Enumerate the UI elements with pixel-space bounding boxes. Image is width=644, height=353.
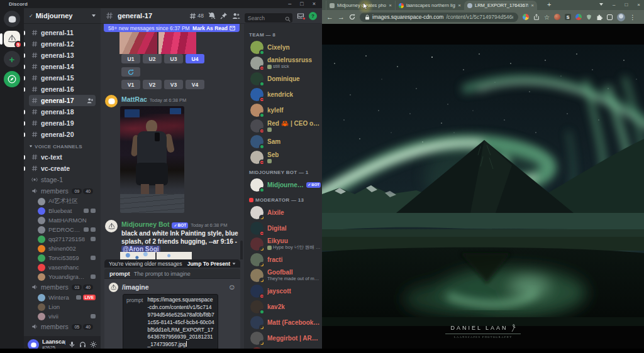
aurora-photo[interactable]: DANIEL LAAN LAANSCAPES PHOTOGRAPHY — [322, 45, 644, 326]
member-row[interactable]: jayscott ✓ — [249, 283, 322, 299]
share-icon[interactable] — [533, 14, 540, 20]
notifications-muted-icon[interactable] — [208, 12, 216, 19]
slash-command[interactable]: /imagine — [122, 283, 225, 291]
message-input[interactable]: /imagine ☺ prompt https://images.squares… — [104, 279, 240, 353]
extension-icon-red[interactable] — [554, 14, 560, 20]
channel-item[interactable]: general-17 — [29, 95, 96, 106]
channel-item[interactable]: general-18 — [29, 106, 96, 117]
message-author[interactable]: MattRac — [121, 95, 147, 103]
side-panel-icon[interactable] — [607, 14, 613, 20]
maximize-button[interactable]: □ — [300, 1, 303, 7]
avatar[interactable] — [105, 220, 118, 232]
new-messages-bar[interactable]: 58+ new messages since 6:37 PM Mark As R… — [104, 24, 240, 32]
tab-close-icon[interactable]: × — [458, 3, 461, 8]
member-row[interactable]: Goofball ✓ They're made out of meat. — [249, 268, 322, 283]
search-box[interactable] — [245, 11, 292, 21]
channel-item[interactable]: general-15 — [29, 72, 96, 84]
variation-button[interactable]: V4 — [186, 80, 204, 89]
midjourney-server-icon[interactable]: 5 — [4, 31, 20, 47]
extension-color-icon[interactable] — [575, 14, 582, 20]
voice-user-item[interactable]: MattHARMON — [29, 215, 96, 225]
new-tab-button[interactable]: + — [547, 1, 551, 8]
voice-user-item[interactable]: PEDROCOELHO... — [29, 225, 96, 234]
maximize-button[interactable]: □ — [625, 2, 628, 8]
channel-item[interactable]: general-12 — [29, 38, 96, 50]
extensions-puzzle-icon[interactable] — [596, 14, 602, 20]
channel-item[interactable]: general-11 — [29, 27, 96, 38]
upscale-button[interactable]: U3 — [164, 54, 183, 63]
message-scroll[interactable]: 58+ new messages since 6:37 PM Mark As R… — [101, 24, 244, 259]
close-button[interactable]: × — [637, 2, 640, 8]
server-header[interactable]: ✓ Midjourney — [24, 8, 101, 24]
member-row[interactable]: danielrussruss ✓ still sick — [249, 55, 322, 71]
chevron-down-icon[interactable] — [599, 3, 603, 6]
chat-scrollbar[interactable] — [240, 241, 243, 259]
channel-item[interactable]: vc-text — [29, 151, 96, 163]
forward-icon[interactable]: → — [338, 14, 345, 21]
member-row[interactable]: Cixelyn ✓ — [249, 40, 322, 55]
extension-ball-icon[interactable] — [523, 14, 529, 20]
member-row[interactable]: kendrick ✓ — [249, 87, 322, 102]
headphones-icon[interactable] — [79, 341, 86, 348]
prompt-value[interactable]: https://images.squarespace-cdn.com/conte… — [147, 296, 214, 349]
address-bar[interactable]: images.squarespace-cdn.com/content/v1/5c… — [360, 13, 518, 22]
voice-channel-item[interactable]: members-3 05 40 — [29, 321, 96, 332]
tab-close-icon[interactable]: × — [531, 3, 534, 8]
member-row[interactable]: Dominique ✓ — [249, 71, 322, 87]
invite-members-icon[interactable] — [87, 97, 93, 104]
message-author[interactable]: Midjourney Bot — [121, 220, 169, 228]
channel-section-header[interactable]: VOICE CHANNELS — [29, 141, 96, 151]
member-row[interactable]: Matt (Facebook mod) ✓ — [249, 315, 322, 330]
back-icon[interactable]: ← — [326, 14, 333, 21]
voice-user-item[interactable]: Bluebeat — [29, 206, 96, 215]
slash-command-hint[interactable]: prompt The prompt to imagine — [104, 269, 240, 279]
upscale-button[interactable]: U1 — [121, 54, 140, 63]
pinned-messages-icon[interactable] — [220, 12, 228, 19]
inbox-icon[interactable] — [297, 12, 304, 19]
bookmark-star-icon[interactable]: ☆ — [544, 14, 550, 21]
voice-user-item[interactable]: vivii — [29, 312, 96, 321]
help-icon[interactable]: ? — [309, 12, 317, 20]
emoji-picker-icon[interactable]: ☺ — [228, 283, 236, 291]
channel-item[interactable]: general-14 — [29, 61, 96, 72]
channel-item[interactable]: general-16 — [29, 84, 96, 95]
explore-servers-button[interactable] — [4, 71, 20, 87]
member-row[interactable]: Digital ✓ — [249, 220, 322, 236]
microphone-icon[interactable] — [69, 341, 75, 348]
variation-button[interactable]: V1 — [121, 80, 140, 89]
member-row[interactable]: Aixile ✓ — [249, 205, 322, 220]
member-row[interactable]: kav2k ✓ — [249, 299, 322, 315]
member-row[interactable]: fracti ✓ — [249, 252, 322, 268]
browser-tab[interactable]: laanscapes northern lights - Goo... × — [395, 1, 464, 10]
member-row[interactable]: Midjourney Bot ✓BOT — [249, 177, 322, 193]
browser-tab[interactable]: LRM_EXPORT_17643678795689... × — [464, 1, 537, 10]
shield-icon[interactable] — [586, 14, 592, 20]
add-server-button[interactable]: + — [4, 51, 20, 67]
gym-selfie-image[interactable] — [120, 106, 184, 213]
reload-icon[interactable] — [349, 14, 355, 20]
voice-channel-item[interactable]: members-1 09 40 — [29, 185, 96, 197]
ink-painting-image[interactable] — [120, 252, 192, 259]
threads-button[interactable]: 48 — [189, 13, 204, 19]
prompt-option-box[interactable]: prompt https://images.squarespace-cdn.co… — [123, 294, 218, 351]
voice-user-item[interactable]: AI艺术社区 — [29, 197, 96, 206]
profile-avatar[interactable] — [617, 13, 625, 21]
channel-item[interactable]: general-13 — [29, 50, 96, 61]
minimize-button[interactable]: – — [288, 1, 291, 7]
member-row[interactable]: Meggirbot | ARTificial... ✓ — [249, 330, 322, 346]
channel-item[interactable]: vc-create — [29, 163, 96, 174]
voice-user-item[interactable]: Tonci53859 — [29, 253, 96, 263]
channel-item[interactable]: stage-1 — [29, 174, 96, 185]
member-row[interactable]: Eikyuu ✓ Hype boy 너만 원해 Hype ... — [249, 236, 322, 252]
voice-user-item[interactable]: Youandigraphics — [29, 272, 96, 281]
upscale-button[interactable]: U4 — [186, 54, 204, 63]
tab-close-icon[interactable]: × — [389, 3, 392, 8]
close-button[interactable]: × — [313, 1, 316, 7]
discord-home-button[interactable] — [4, 11, 20, 27]
voice-channel-item[interactable]: members-2 03 40 — [29, 281, 96, 293]
voice-user-item[interactable]: shinen002 — [29, 244, 96, 253]
member-list-toggle-icon[interactable] — [232, 13, 240, 19]
voice-user-item[interactable]: qq271725158 — [29, 234, 96, 244]
channel-item[interactable]: general-20 — [29, 129, 96, 140]
browser-menu-icon[interactable]: ⋮ — [630, 14, 636, 21]
